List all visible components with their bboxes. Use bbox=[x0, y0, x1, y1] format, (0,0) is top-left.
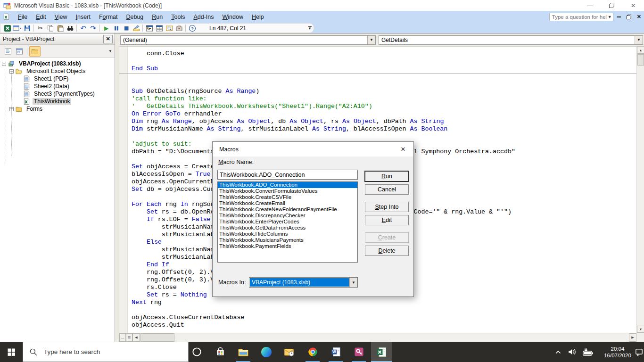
chevron-down-icon[interactable]: ▼ bbox=[367, 36, 375, 44]
menu-edit[interactable]: Edit bbox=[32, 12, 50, 22]
find-icon[interactable] bbox=[65, 24, 75, 33]
panel-options-icon[interactable]: ▼ bbox=[108, 49, 112, 53]
tree-item-microsoft-excel-objects[interactable]: −Microsoft Excel Objects bbox=[0, 67, 115, 75]
tray-chevron-up-icon[interactable] bbox=[553, 342, 564, 362]
properties-window-icon[interactable] bbox=[154, 24, 164, 33]
search-input[interactable]: Type here to search bbox=[23, 342, 189, 362]
run-button[interactable]: Run bbox=[365, 171, 409, 181]
macro-name-input[interactable] bbox=[217, 170, 358, 180]
run-icon[interactable]: ▶ bbox=[101, 24, 111, 33]
chevron-down-icon[interactable]: ▼ bbox=[635, 36, 643, 44]
paste-icon[interactable] bbox=[55, 24, 65, 33]
child-minimize-button[interactable] bbox=[617, 16, 621, 17]
design-mode-icon[interactable] bbox=[131, 24, 141, 33]
menu-insert[interactable]: Insert bbox=[72, 12, 95, 22]
menu-view[interactable]: View bbox=[50, 12, 72, 22]
scroll-up-icon[interactable]: ▲ bbox=[637, 47, 644, 54]
dialog-close-icon[interactable]: ✕ bbox=[393, 142, 413, 156]
menu-run[interactable]: Run bbox=[148, 12, 167, 22]
cancel-button[interactable]: Cancel bbox=[365, 184, 409, 195]
scroll-down-icon[interactable]: ▼ bbox=[637, 326, 644, 333]
scroll-left-icon[interactable]: ◀ bbox=[132, 333, 140, 342]
taskbar-outlook-button[interactable] bbox=[279, 342, 299, 362]
chevron-down-icon[interactable]: ▼ bbox=[349, 278, 357, 287]
tree-item-sheet2-data[interactable]: Sheet2 (Data) bbox=[0, 82, 115, 90]
reset-icon[interactable] bbox=[121, 24, 131, 33]
macro-list[interactable]: ThisWorkbook.ADO_ConnectionThisWorkbook.… bbox=[217, 181, 358, 263]
macro-list-item[interactable]: ThisWorkbook.HideColumns bbox=[218, 231, 357, 237]
object-browser-icon[interactable] bbox=[164, 24, 174, 33]
menu-addins[interactable]: Add-Ins bbox=[189, 12, 218, 22]
tree-item-sheet3-paymenttypes[interactable]: Sheet3 (PaymentTypes) bbox=[0, 90, 115, 98]
start-button[interactable] bbox=[0, 342, 23, 362]
macros-in-dropdown[interactable]: VBAProject (1083.xlsb) ▼ bbox=[249, 277, 358, 288]
toolbox-icon[interactable] bbox=[174, 24, 184, 33]
view-code-icon[interactable] bbox=[2, 46, 14, 57]
taskbar-word-button[interactable]: W bbox=[325, 342, 346, 362]
toolbar-options-icon[interactable]: ▼ bbox=[308, 26, 312, 30]
break-icon[interactable] bbox=[111, 24, 121, 33]
menu-tools[interactable]: Tools bbox=[167, 12, 189, 22]
child-close-button[interactable]: ✕ bbox=[637, 14, 641, 20]
macro-list-item[interactable]: ThisWorkbook.CreateNewFolderandPaymentFi… bbox=[218, 206, 357, 213]
clock[interactable]: 20:04 16/07/2020 bbox=[600, 342, 636, 362]
tree-item-thisworkbook[interactable]: ThisWorkbook bbox=[0, 98, 115, 105]
macro-list-item[interactable]: ThisWorkbook.EnterPlayerCodes bbox=[218, 219, 357, 225]
vertical-scroll-thumb[interactable] bbox=[637, 54, 644, 66]
window-maximize-button[interactable] bbox=[601, 0, 622, 11]
step-into-button[interactable]: Step Into bbox=[365, 202, 409, 212]
menu-debug[interactable]: Debug bbox=[122, 12, 148, 22]
macro-list-item[interactable]: ThisWorkbook.GetDataFromAccess bbox=[218, 225, 357, 231]
toggle-folders-icon[interactable] bbox=[29, 46, 41, 57]
macro-list-item[interactable]: ThisWorkbook.ConvertFormulastoValues bbox=[218, 188, 357, 194]
menu-help[interactable]: Help bbox=[248, 12, 268, 22]
taskbar-access-button[interactable] bbox=[348, 342, 369, 362]
macro-list-item[interactable]: ThisWorkbook.CreateCSVFile bbox=[218, 194, 357, 200]
window-close-button[interactable]: ✕ bbox=[622, 0, 644, 11]
macro-list-item[interactable]: ThisWorkbook.DiscrepancyChecker bbox=[218, 213, 357, 219]
vertical-scrollbar[interactable]: ▲ ▼ bbox=[636, 47, 644, 333]
full-module-view-button[interactable]: ☰ bbox=[126, 333, 132, 342]
taskbar-store-button[interactable] bbox=[210, 342, 231, 362]
redo-icon[interactable]: ↷ bbox=[88, 24, 98, 33]
macro-list-item[interactable]: ThisWorkbook.MusiciansPayments bbox=[218, 237, 357, 243]
macro-list-item[interactable]: ThisWorkbook.PaymentFields bbox=[218, 243, 357, 249]
panel-splitter[interactable] bbox=[115, 33, 119, 342]
macro-list-item[interactable]: ThisWorkbook.CreateEmail bbox=[218, 200, 357, 206]
taskbar-cortana-button[interactable] bbox=[186, 342, 207, 362]
child-restore-button[interactable] bbox=[627, 15, 631, 19]
volume-icon[interactable] bbox=[565, 342, 578, 362]
tree-item-forms[interactable]: +Forms bbox=[0, 105, 115, 113]
delete-button[interactable]: Delete bbox=[365, 246, 409, 256]
menu-file[interactable]: File bbox=[14, 12, 32, 22]
taskbar-excel-button[interactable] bbox=[371, 342, 392, 362]
copy-icon[interactable] bbox=[45, 24, 55, 33]
window-minimize-button[interactable]: — bbox=[579, 0, 601, 11]
taskbar-file-explorer-button[interactable] bbox=[233, 342, 254, 362]
menu-format[interactable]: Format bbox=[95, 12, 122, 22]
view-excel-icon[interactable] bbox=[2, 24, 12, 33]
taskbar-chrome-button[interactable] bbox=[302, 342, 323, 362]
cut-icon[interactable]: ✂ bbox=[35, 24, 45, 33]
tree-item-sheet1-pdf[interactable]: Sheet1 (PDF) bbox=[0, 75, 115, 82]
procedure-dropdown[interactable]: GetDetails ▼ bbox=[379, 35, 643, 45]
taskbar-edge-button[interactable] bbox=[256, 342, 277, 362]
project-panel-close-button[interactable]: ✕ bbox=[103, 35, 113, 43]
undo-icon[interactable]: ↶ bbox=[78, 24, 88, 33]
battery-icon[interactable] bbox=[580, 342, 596, 362]
horizontal-scroll-thumb[interactable] bbox=[140, 333, 174, 342]
view-object-icon[interactable] bbox=[14, 46, 25, 57]
chevron-down-icon[interactable]: ▼ bbox=[606, 15, 613, 19]
object-dropdown[interactable]: (General) ▼ bbox=[120, 35, 376, 45]
horizontal-scrollbar[interactable]: ◀ ▶ bbox=[132, 333, 636, 342]
menu-window[interactable]: Window bbox=[218, 12, 248, 22]
question-help-combo[interactable]: Type a question for help ▼ bbox=[549, 13, 613, 21]
help-icon[interactable]: ? bbox=[187, 24, 197, 33]
tree-item-vbaproject-1083-xlsb[interactable]: −VBAProject (1083.xlsb) bbox=[0, 60, 115, 67]
edit-button[interactable]: Edit bbox=[365, 215, 409, 225]
insert-userform-icon[interactable] bbox=[12, 24, 22, 33]
scroll-right-icon[interactable]: ▶ bbox=[629, 333, 636, 342]
project-explorer-icon[interactable] bbox=[144, 24, 154, 33]
macro-list-item[interactable]: ThisWorkbook.ADO_Connection bbox=[218, 182, 357, 188]
action-center-icon[interactable] bbox=[634, 342, 644, 362]
